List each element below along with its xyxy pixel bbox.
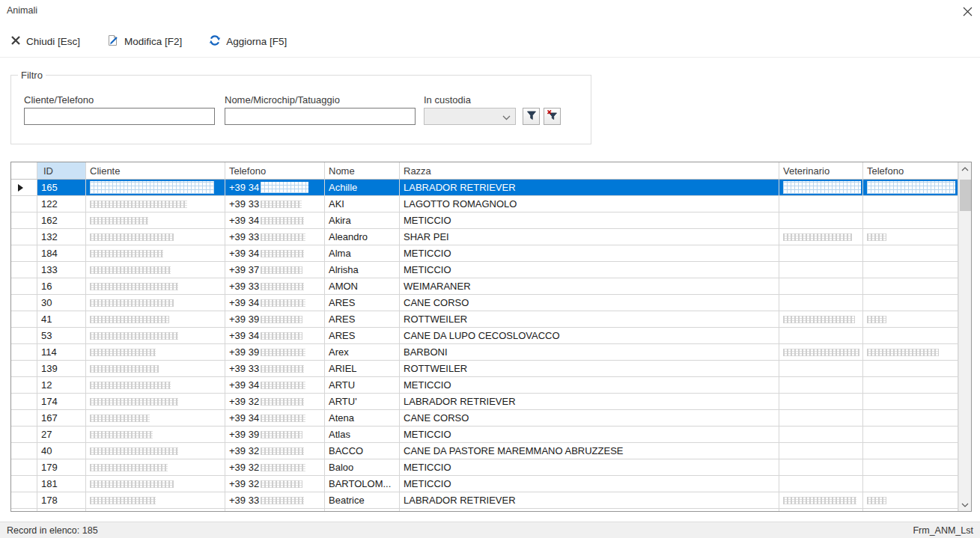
nome-cell: Beatrice <box>325 492 400 509</box>
modifica-label: Modifica [F2] <box>124 36 182 47</box>
phone-prefix: +39 32 <box>229 478 259 489</box>
table-row[interactable]: 179+39 32BalooMETICCIO <box>11 459 958 476</box>
nome-microchip-input[interactable] <box>225 108 416 125</box>
table-row[interactable]: 162+39 34AkiraMETICCIO <box>11 213 958 229</box>
telefono-veterinario-cell <box>863 459 958 476</box>
nome-cell: Alrisha <box>325 262 400 278</box>
window-close-icon[interactable] <box>961 4 974 18</box>
id-cell: 132 <box>37 229 86 245</box>
table-row[interactable]: 139+39 33ARIELROTTWEILER <box>11 361 958 377</box>
redacted-text <box>90 250 163 257</box>
column-header-nome[interactable]: Nome <box>325 162 400 180</box>
id-cell: 12 <box>37 377 86 394</box>
table-row[interactable]: 184+39 34AlmaMETICCIO <box>11 245 958 262</box>
cliente-cell <box>86 328 225 344</box>
cliente-telefono-input[interactable] <box>24 108 215 125</box>
chiudi-button[interactable]: Chiudi [Esc] <box>7 34 83 49</box>
id-cell: 16 <box>37 278 86 295</box>
aggiorna-label: Aggiorna [F5] <box>226 36 287 47</box>
id-cell: 167 <box>37 410 86 427</box>
current-row-arrow-icon <box>18 184 23 192</box>
table-row[interactable]: 122+39 33AKILAGOTTO ROMAGNOLO <box>11 196 958 213</box>
column-header-row-selector[interactable] <box>11 162 37 180</box>
table-row[interactable]: 27+39 39AtlasMETICCIO <box>11 427 958 443</box>
veterinario-cell <box>779 443 863 459</box>
toolbar-separator <box>0 57 980 58</box>
telefono-veterinario-cell <box>863 377 958 394</box>
veterinario-cell <box>779 262 863 278</box>
row-selector-cell <box>11 295 37 311</box>
scrollbar-thumb[interactable] <box>960 180 971 211</box>
table-row[interactable]: 133+39 37AlrishaMETICCIO <box>11 262 958 278</box>
veterinario-cell <box>779 328 863 344</box>
cliente-cell <box>86 213 225 229</box>
table-row[interactable]: 12+39 34ARTUMETICCIO <box>11 377 958 394</box>
table-row[interactable]: 165+39 34AchilleLABRADOR RETRIEVER <box>11 180 958 196</box>
row-selector-cell <box>11 180 37 196</box>
id-cell: 30 <box>37 295 86 311</box>
redacted-text <box>261 266 302 274</box>
row-selector-cell <box>11 476 37 492</box>
apply-filter-button[interactable] <box>523 108 540 125</box>
column-header-cliente[interactable]: Cliente <box>86 162 225 180</box>
row-selector-cell <box>11 492 37 509</box>
phone-prefix: +39 39 <box>229 346 259 358</box>
redacted-text <box>867 349 939 356</box>
cliente-cell <box>86 295 225 311</box>
cliente-cell <box>86 377 225 394</box>
telefono-cell: +39 34 <box>225 410 325 427</box>
partial-cell <box>11 509 37 511</box>
redacted-text <box>90 316 169 323</box>
scroll-down-icon[interactable] <box>959 498 971 511</box>
phone-prefix: +39 32 <box>229 445 259 456</box>
veterinario-cell <box>779 344 863 361</box>
cliente-cell <box>86 180 225 196</box>
table-row[interactable]: 132+39 33AleandroSHAR PEI <box>11 229 958 245</box>
grid-main: IDClienteTelefonoNomeRazzaVeterinarioTel… <box>11 162 958 511</box>
column-header-telefono-vet[interactable]: Telefono <box>863 162 958 180</box>
column-header-telefono[interactable]: Telefono <box>225 162 325 180</box>
table-row[interactable]: 41+39 39ARESROTTWEILER <box>11 311 958 328</box>
telefono-veterinario-cell <box>863 295 958 311</box>
table-row[interactable]: 181+39 32BARTOLOM...METICCIO <box>11 476 958 492</box>
nome-cell: Baloo <box>325 459 400 476</box>
aggiorna-button[interactable]: Aggiorna [F5] <box>206 33 290 50</box>
telefono-cell: +39 34 <box>225 377 325 394</box>
redacted-text <box>90 431 153 438</box>
redacted-text <box>261 316 302 323</box>
redacted-text <box>90 447 178 455</box>
razza-cell: METICCIO <box>400 459 779 476</box>
table-row[interactable]: 174+39 32ARTU'LABRADOR RETRIEVER <box>11 394 958 410</box>
close-icon <box>10 35 21 48</box>
table-row[interactable]: 167+39 34AtenaCANE CORSO <box>11 410 958 427</box>
form-name: Frm_ANM_Lst <box>913 525 973 536</box>
redacted-text <box>90 217 148 224</box>
clear-filter-button[interactable] <box>544 108 561 125</box>
veterinario-cell <box>779 229 863 245</box>
column-header-razza[interactable]: Razza <box>400 162 779 180</box>
table-row[interactable]: 16+39 33AMONWEIMARANER <box>11 278 958 295</box>
redacted-text <box>783 349 859 356</box>
table-row[interactable]: 53+39 34ARESCANE DA LUPO CECOSLOVACCO <box>11 328 958 344</box>
scrollbar-track[interactable] <box>959 175 971 498</box>
phone-prefix: +39 34 <box>229 248 259 259</box>
table-row[interactable]: 30+39 34ARESCANE CORSO <box>11 295 958 311</box>
telefono-cell: +39 32 <box>225 459 325 476</box>
column-header-id[interactable]: ID <box>37 162 86 180</box>
vertical-scrollbar[interactable] <box>958 162 971 511</box>
scroll-up-icon[interactable] <box>959 162 971 175</box>
redacted-text <box>261 283 304 290</box>
phone-prefix: +39 33 <box>229 198 259 210</box>
telefono-veterinario-cell <box>863 229 958 245</box>
phone-prefix: +39 34 <box>229 379 259 391</box>
modifica-button[interactable]: Modifica [F2] <box>104 33 185 50</box>
table-row[interactable]: 178+39 33BeatriceLABRADOR RETRIEVER <box>11 492 958 509</box>
row-selector-cell <box>11 427 37 443</box>
id-cell: 139 <box>37 361 86 377</box>
table-row[interactable]: 114+39 39ArexBARBONI <box>11 344 958 361</box>
row-selector-cell <box>11 344 37 361</box>
redacted-text <box>90 365 159 373</box>
table-row[interactable]: 40+39 32BACCOCANE DA PASTORE MAREMMANO A… <box>11 443 958 459</box>
nome-cell: ARES <box>325 328 400 344</box>
column-header-veterinario[interactable]: Veterinario <box>779 162 863 180</box>
